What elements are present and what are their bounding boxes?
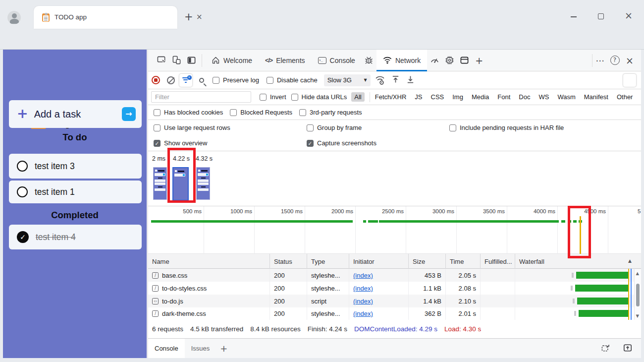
devtools-close-icon[interactable]: × <box>622 53 637 68</box>
column-header-status[interactable]: Status <box>269 254 307 269</box>
filter-type-ws[interactable]: WS <box>538 93 549 101</box>
completed-checkbox-icon[interactable]: ✓ <box>17 231 29 243</box>
blocked-requests-checkbox[interactable]: Blocked Requests <box>230 109 292 116</box>
filter-input[interactable] <box>151 91 251 103</box>
window-maximize-button[interactable] <box>598 13 604 19</box>
column-header-initiator[interactable]: Initiator <box>349 254 408 269</box>
issues-bug-icon[interactable] <box>362 53 376 68</box>
window-minimize-button[interactable] <box>571 16 577 17</box>
column-header-fulfilled[interactable]: Fulfilled... <box>480 254 515 269</box>
filmstrip-thumbnail[interactable] <box>196 167 210 200</box>
dom-content-loaded-line <box>631 269 632 320</box>
finish-time: Finish: 4.24 s <box>308 325 347 333</box>
performance-icon[interactable] <box>427 53 442 68</box>
memory-icon[interactable] <box>442 53 457 68</box>
request-row[interactable]: /to-do-styles.css 200 styleshe... (index… <box>148 282 641 295</box>
initiator-link[interactable]: (index) <box>353 285 373 292</box>
network-conditions-icon[interactable] <box>375 76 385 85</box>
dom-content-loaded-time: DOMContentLoaded: 4.29 s <box>354 325 437 333</box>
invert-checkbox[interactable]: Invert <box>260 93 286 101</box>
todo-checkbox[interactable] <box>17 161 28 172</box>
filter-type-manifest[interactable]: Manifest <box>584 93 608 101</box>
help-icon[interactable]: ? <box>607 53 622 68</box>
inspect-element-icon[interactable] <box>154 53 169 68</box>
column-header-size[interactable]: Size <box>408 254 445 269</box>
filter-type-font[interactable]: Font <box>497 93 510 101</box>
scroll-up-icon[interactable]: ▲ <box>636 271 640 276</box>
sort-ascending-icon[interactable]: ▲ <box>628 258 632 263</box>
tab-elements[interactable]: </> Elements <box>259 50 311 71</box>
initiator-link[interactable]: (index) <box>353 310 373 317</box>
throttling-select[interactable]: Slow 3G ▼ <box>324 74 371 86</box>
column-header-name[interactable]: Name <box>148 254 269 269</box>
preserve-log-checkbox[interactable]: Preserve log <box>213 76 259 84</box>
initiator-link[interactable]: (index) <box>353 298 373 305</box>
restore-drawer-icon[interactable] <box>601 344 610 354</box>
add-task-input[interactable]: + Add a task → <box>9 100 142 128</box>
filter-type-all[interactable]: All <box>351 92 364 102</box>
table-scrollbar[interactable]: ▲ ▼ <box>634 269 641 320</box>
network-overview-timeline[interactable]: 500 ms 1000 ms 1500 ms 2000 ms 2500 ms 3… <box>148 206 641 254</box>
filter-type-doc[interactable]: Doc <box>519 93 530 101</box>
column-header-time[interactable]: Time <box>445 254 480 269</box>
filter-type-fetch-xhr[interactable]: Fetch/XHR <box>375 93 407 101</box>
filmstrip-thumbnail[interactable] <box>153 167 167 200</box>
profile-avatar[interactable] <box>7 11 21 24</box>
drawer-tab-console[interactable]: Console <box>148 339 185 358</box>
request-row[interactable]: /dark-theme.css 200 styleshe... (index) … <box>148 307 641 320</box>
overview-request-band <box>363 220 366 223</box>
group-by-frame-checkbox[interactable]: Group by frame <box>307 124 362 131</box>
todo-item[interactable]: test item 1 <box>9 181 142 203</box>
expand-drawer-icon[interactable] <box>623 344 632 354</box>
import-har-icon[interactable] <box>391 75 400 85</box>
request-row[interactable]: ‹›to-do.js 200 script (index) 1.4 kB 2.1… <box>148 295 641 307</box>
browser-tab[interactable]: TODO app × <box>34 6 177 29</box>
todo-item[interactable]: test item 3 <box>9 154 142 179</box>
include-pending-requests-checkbox[interactable]: Include pending requests in HAR file <box>449 124 564 131</box>
tab-close-icon[interactable]: × <box>196 12 203 21</box>
filter-toggle-icon[interactable]: × <box>179 74 192 87</box>
request-row[interactable]: /base.css 200 styleshe... (index) 453 B … <box>148 269 641 282</box>
add-task-submit-button[interactable]: → <box>122 107 136 121</box>
load-event-line <box>628 269 629 320</box>
device-emulation-icon[interactable] <box>169 53 184 68</box>
todo-section-heading: To do <box>3 132 147 143</box>
filter-type-js[interactable]: JS <box>415 93 422 101</box>
window-close-button[interactable]: × <box>625 10 633 21</box>
todo-checkbox[interactable] <box>17 186 28 197</box>
more-tabs-button[interactable]: + <box>472 53 486 68</box>
filter-type-wasm[interactable]: Wasm <box>557 93 575 101</box>
has-blocked-cookies-checkbox[interactable]: Has blocked cookies <box>154 109 223 116</box>
hide-data-urls-checkbox[interactable]: Hide data URLs <box>291 93 347 101</box>
column-header-type[interactable]: Type <box>307 254 349 269</box>
tab-network[interactable]: Network <box>376 50 427 71</box>
filter-type-img[interactable]: Img <box>452 93 463 101</box>
dock-side-icon[interactable] <box>184 53 199 68</box>
new-tab-button[interactable]: + <box>184 11 193 23</box>
filter-type-other[interactable]: Other <box>617 93 633 101</box>
clear-network-log-icon[interactable] <box>167 76 175 84</box>
completed-item[interactable]: ✓ test item 4 <box>9 225 142 249</box>
devtools-more-options-icon[interactable]: ⋯ <box>592 53 607 68</box>
scroll-down-icon[interactable]: ▼ <box>636 313 640 318</box>
export-har-icon[interactable] <box>406 75 415 85</box>
layout-panel-icon[interactable] <box>457 53 472 68</box>
record-network-log-button[interactable] <box>152 76 160 84</box>
tab-console[interactable]: ›_ Console <box>312 50 362 71</box>
use-large-request-rows-checkbox[interactable]: Use large request rows <box>154 124 230 131</box>
drawer-more-tools-button[interactable]: + <box>220 343 227 354</box>
load-time: Load: 4.30 s <box>444 325 481 333</box>
drawer-tab-issues[interactable]: Issues <box>185 339 216 358</box>
filter-type-css[interactable]: CSS <box>431 93 444 101</box>
tab-welcome[interactable]: Welcome <box>205 50 259 71</box>
search-icon[interactable] <box>199 78 204 83</box>
show-overview-checkbox[interactable]: ✓Show overview <box>154 139 207 147</box>
disable-cache-checkbox[interactable]: Disable cache <box>267 76 318 84</box>
network-settings-gear-icon[interactable] <box>623 74 636 87</box>
plus-icon: + <box>17 106 28 121</box>
capture-screenshots-checkbox[interactable]: ✓Capture screenshots <box>307 139 376 147</box>
scrollbar-thumb[interactable] <box>636 284 640 306</box>
initiator-link[interactable]: (index) <box>353 272 373 279</box>
filter-type-media[interactable]: Media <box>472 93 489 101</box>
third-party-requests-checkbox[interactable]: 3rd-party requests <box>299 109 362 116</box>
